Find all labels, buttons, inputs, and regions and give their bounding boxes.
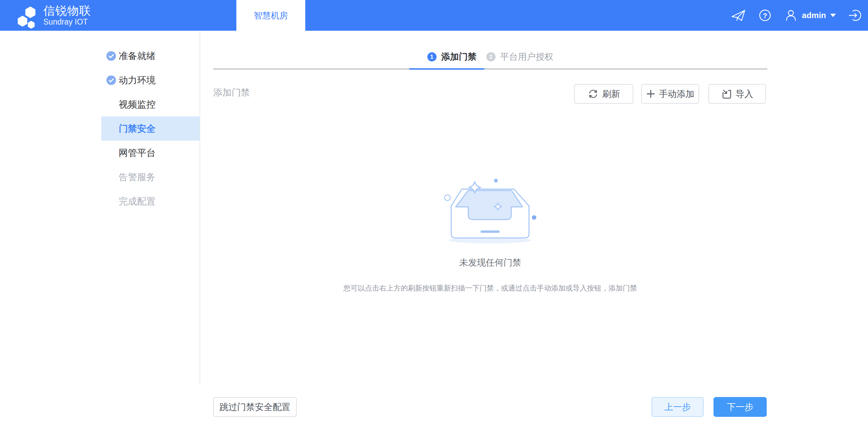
sidebar-item-label: 完成配置 [119, 195, 156, 208]
sidebar-item-label: 网管平台 [119, 147, 156, 159]
sidebar-item-power-env[interactable]: 动力环境 [101, 68, 200, 92]
paper-plane-icon [731, 9, 746, 22]
step-track [213, 68, 767, 70]
help-button[interactable]: ? [758, 9, 772, 22]
import-button[interactable]: 导入 [708, 84, 766, 104]
brand: 信锐物联 Sundray IOT [8, 0, 91, 31]
step-add-access[interactable]: 1 添加门禁 [427, 51, 477, 63]
plus-icon [646, 89, 656, 99]
sidebar-item-label: 视频监控 [119, 98, 156, 111]
refresh-icon [587, 88, 599, 100]
import-icon [721, 88, 732, 99]
username-label: admin [802, 11, 826, 20]
manual-add-button[interactable]: 手动添加 [641, 84, 699, 104]
refresh-button-label: 刷新 [602, 88, 620, 100]
import-button-label: 导入 [736, 88, 753, 100]
step-track-active-segment [409, 68, 484, 70]
sidebar-item-label: 动力环境 [119, 74, 156, 86]
brand-name: 信锐物联 [43, 4, 91, 17]
logout-button[interactable] [848, 9, 863, 22]
tab-label: 智慧机房 [254, 10, 288, 21]
svg-text:?: ? [763, 12, 767, 19]
step-platform-user-auth[interactable]: 2 平台用户授权 [486, 51, 554, 63]
sidebar-item-label: 门禁安全 [119, 123, 156, 135]
user-menu[interactable]: admin [784, 9, 836, 22]
wizard-sidebar: 准备就绪 动力环境 视频监控 门禁安全 网管平台 告警服务 完成配置 [101, 44, 200, 213]
sidebar-item-ready[interactable]: 准备就绪 [101, 44, 200, 68]
sidebar-item-alarm-service[interactable]: 告警服务 [101, 165, 200, 189]
sundray-logo-icon [8, 0, 41, 31]
sidebar-item-access-security[interactable]: 门禁安全 [101, 116, 200, 141]
previous-step-button[interactable]: 上一步 [651, 397, 704, 417]
help-icon: ? [758, 9, 772, 22]
next-button-label: 下一步 [727, 401, 753, 413]
manual-add-button-label: 手动添加 [659, 88, 694, 100]
main-content: 1 添加门禁 2 平台用户授权 添加门禁 刷新 手动添加 导入 [213, 31, 767, 438]
step-number-badge: 2 [486, 52, 496, 61]
sidebar-item-network-platform[interactable]: 网管平台 [101, 141, 200, 165]
skip-button-label: 跳过门禁安全配置 [220, 401, 291, 413]
send-feedback-button[interactable] [731, 9, 746, 22]
sidebar-item-video-monitor[interactable]: 视频监控 [101, 92, 200, 116]
previous-button-label: 上一步 [664, 401, 691, 413]
step-label: 添加门禁 [441, 51, 477, 63]
app-header: 信锐物联 Sundray IOT 智慧机房 ? admin [0, 0, 868, 31]
step-label: 平台用户授权 [500, 51, 554, 63]
brand-subtitle: Sundray IOT [43, 17, 91, 27]
wizard-step-tabs: 1 添加门禁 2 平台用户授权 [213, 51, 767, 63]
step-number-badge: 1 [427, 52, 437, 61]
sidebar-item-label: 准备就绪 [119, 50, 156, 62]
sidebar-item-finish-config[interactable]: 完成配置 [101, 189, 200, 213]
check-circle-icon [106, 51, 116, 61]
tab-smart-room[interactable]: 智慧机房 [236, 0, 305, 31]
logout-icon [848, 9, 863, 22]
empty-state-title: 未发现任何门禁 [213, 257, 767, 269]
sidebar-divider [200, 31, 200, 385]
empty-state-description: 您可以点击右上方的刷新按钮重新扫描一下门禁，或通过点击手动添加或导入按钮，添加门… [213, 283, 767, 293]
sidebar-item-label: 告警服务 [119, 171, 156, 183]
refresh-button[interactable]: 刷新 [574, 84, 633, 104]
skip-access-config-button[interactable]: 跳过门禁安全配置 [213, 397, 297, 417]
caret-down-icon [830, 14, 836, 17]
user-icon [784, 9, 798, 22]
empty-inbox-illustration [437, 171, 556, 249]
check-circle-icon [106, 75, 116, 85]
next-step-button[interactable]: 下一步 [713, 397, 767, 417]
section-title: 添加门禁 [213, 86, 250, 99]
